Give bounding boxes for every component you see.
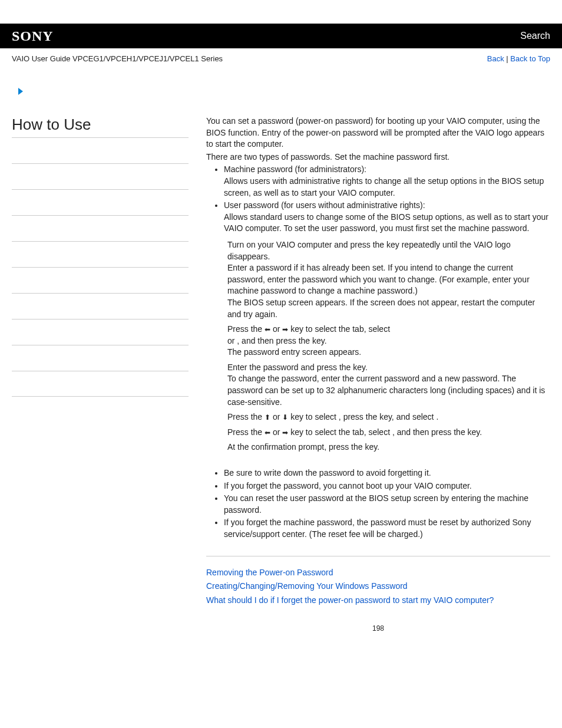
step-text: tab, select [352,427,392,437]
step-4: Press the ⬆ or ⬇ key to select , press t… [227,411,550,423]
sidebar-item[interactable] [12,293,189,319]
list-item: Be sure to write down the password to av… [224,467,550,479]
step-text: Press the [227,427,265,437]
step-text: , and then press the [237,336,312,345]
page-number: 198 [206,624,550,634]
sidebar-title: How to Use [12,116,189,137]
brand-logo: SONY [12,28,54,44]
sidebar-item[interactable] [12,137,189,163]
list-item: If you forget the machine password, the … [224,517,550,540]
step-5: Press the ⬅ or ➡ key to select the tab, … [227,427,550,439]
step-text: At the confirmation prompt, press the [227,442,365,452]
back-link[interactable]: Back [487,54,504,63]
search-link[interactable]: Search [520,31,550,41]
sidebar-item[interactable] [12,319,189,345]
sub-header: VAIO User Guide VPCEG1/VPCEH1/VPCEJ1/VPC… [0,48,562,81]
arrow-up-icon: ⬆ [265,413,270,421]
sidebar-item[interactable] [12,189,189,215]
article-body: You can set a password (power-on passwor… [206,116,550,634]
step-text: , press the [339,412,379,421]
sidebar-item[interactable] [12,267,189,293]
sidebar-item[interactable] [12,241,189,267]
step-text: or [270,412,282,421]
step-text: Press the [227,412,265,421]
step-text: The password entry screen appears. [227,347,361,357]
step-text: key to select the [288,427,352,437]
step-text: key. [353,363,368,372]
step-text: Turn on your VAIO computer and press the [227,240,386,249]
step-text: key. [468,427,482,437]
related-link[interactable]: What should I do if I forget the power-o… [206,595,550,607]
arrow-left-icon: ⬅ [265,429,270,437]
step-1: Turn on your VAIO computer and press the… [227,239,550,320]
top-bar: SONY Search [0,24,562,48]
guide-title: VAIO User Guide VPCEG1/VPCEH1/VPCEJ1/VPC… [12,54,223,63]
list-item: You can reset the user password at the B… [224,493,550,516]
sidebar-item[interactable] [12,215,189,241]
step-text: . [436,412,438,421]
step-text: or [227,336,237,345]
sidebar-item[interactable] [12,345,189,371]
step-text: key. [312,336,327,345]
step-3: Enter the password and press the key. To… [227,362,550,408]
arrow-right-icon: ➡ [282,325,288,334]
step-text: Press the [227,324,265,334]
sidebar-item[interactable] [12,371,189,397]
chevron-icon [16,87,550,98]
sidebar-item[interactable] [12,163,189,189]
intro-paragraph: There are two types of passwords. Set th… [206,151,550,163]
related-link[interactable]: Removing the Power-on Password [206,567,550,579]
type-desc: Allows users with administrative rights … [224,176,544,197]
step-text: The BIOS setup screen appears. If the sc… [227,298,535,319]
step-text: or [270,324,282,334]
step-2: Press the ⬅ or ➡ key to select the tab, … [227,324,550,358]
divider [206,556,550,556]
step-text: To change the password, enter the curren… [227,374,545,406]
nav-links: Back | Back to Top [487,54,550,63]
arrow-left-icon: ⬅ [265,325,270,334]
step-text: key, and select [379,412,436,421]
step-text: Enter the password and press the [227,363,353,372]
list-item: Machine password (for administrators): A… [224,164,550,199]
sidebar: How to Use [12,116,189,397]
related-topics: Removing the Power-on Password Creating/… [206,567,550,607]
step-text: , and then press the [392,427,468,437]
related-link[interactable]: Creating/Changing/Removing Your Windows … [206,581,550,592]
nav-sep: | [504,54,511,63]
step-text: tab, select [352,324,390,334]
intro-paragraph: You can set a password (power-on passwor… [206,116,550,150]
step-text: key to select the [288,324,352,334]
list-item: If you forget the password, you cannot b… [224,480,550,492]
step-text: key. [365,442,379,452]
back-to-top-link[interactable]: Back to Top [510,54,550,63]
type-title: User password (for users without adminis… [224,200,425,210]
type-desc: Allows standard users to change some of … [224,212,548,233]
step-text: or [270,427,282,437]
step-text: key to select [288,412,339,421]
arrow-down-icon: ⬇ [282,413,288,421]
step-6: At the confirmation prompt, press the ke… [227,442,550,453]
password-types-list: Machine password (for administrators): A… [224,164,550,235]
step-text: Enter a password if it has already been … [227,263,530,295]
type-title: Machine password (for administrators): [224,164,366,174]
arrow-right-icon: ➡ [282,429,288,437]
list-item: User password (for users without adminis… [224,200,550,235]
notes-list: Be sure to write down the password to av… [224,467,550,541]
